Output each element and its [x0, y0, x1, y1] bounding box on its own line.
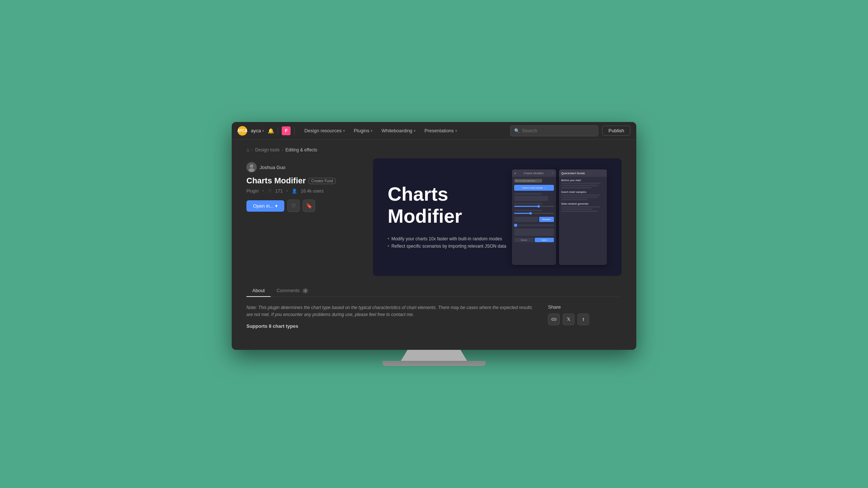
home-icon[interactable]: ⌂: [246, 147, 249, 152]
qs-line: [561, 183, 600, 184]
import-btn[interactable]: Import: [535, 238, 554, 242]
bottom-layout: Note: This plugin determines the chart t…: [246, 304, 622, 329]
likes-count: 171: [275, 189, 283, 194]
share-link-button[interactable]: [548, 313, 560, 325]
meta-dot-2: •: [287, 189, 288, 194]
qs-line: [561, 211, 598, 212]
select-random-mode: [514, 196, 548, 201]
share-title: Share: [548, 304, 622, 310]
panel-random-btn[interactable]: Random: [539, 217, 554, 222]
share-x-twitter-button[interactable]: 𝕏: [563, 313, 574, 325]
nav-divider-2: [294, 127, 295, 134]
plugin-title-row: Charts Modifier Creator Fund: [246, 176, 364, 186]
nav-divider: [278, 127, 278, 134]
tab-comments[interactable]: Comments 4: [271, 285, 314, 297]
chevron-down-icon: ▾: [414, 129, 416, 133]
open-in-button[interactable]: Open in... ▾: [246, 200, 284, 212]
monitor-base: [383, 361, 485, 366]
panel-body: No current selection Insert a chart samp…: [512, 177, 556, 244]
qs-before-start-title: Before you start: [561, 179, 605, 182]
heart-icon: ♡: [268, 189, 272, 194]
monitor-stand: [401, 350, 467, 361]
main-layout: Joshua Guo Charts Modifier Creator Fund …: [246, 158, 622, 276]
nav-left: ayca ayca ▾ 🔔 F: [238, 126, 295, 136]
panel-row-1: No current selection: [514, 179, 542, 183]
sample-btn[interactable]: Sample: [514, 238, 534, 242]
nav-link-design-resources[interactable]: Design resources ▾: [300, 126, 348, 135]
plugin-title: Charts Modifier: [246, 176, 306, 186]
trend-slider-fill: [514, 206, 538, 207]
quickstart-panel: Quickstart Guide Before you start: [559, 169, 607, 265]
checkbox-apply-random[interactable]: [514, 224, 517, 227]
qs-line: [561, 208, 592, 210]
hero-bullet-2: Reflect specific scenarios by importing …: [388, 244, 512, 249]
panel-close-icon: ✕: [551, 172, 554, 175]
nav-link-whiteboarding[interactable]: Whiteboarding ▾: [378, 126, 419, 135]
nav-username-label[interactable]: ayca ▾: [251, 128, 264, 133]
action-row: Open in... ▾ ♡ 🔖: [246, 200, 364, 212]
trend-slider-thumb: [537, 205, 540, 208]
like-button[interactable]: ♡: [287, 200, 300, 212]
tab-about[interactable]: About: [246, 285, 271, 297]
qs-line: [561, 199, 587, 200]
plugin-panel-mockup: Charts Modifier ✕ No current selection I…: [512, 169, 556, 265]
left-panel: Joshua Guo Charts Modifier Creator Fund …: [246, 158, 364, 212]
panel-title-label: Charts Modifier: [517, 172, 550, 175]
qs-line: [561, 197, 598, 198]
breadcrumb-editing-effects: Editing & effects: [285, 147, 317, 152]
users-count: 16.4k users: [301, 189, 324, 194]
breadcrumb: ⌂ › Design tools › Editing & effects: [246, 147, 622, 152]
qs-section-data-random: Data random generate: [561, 202, 605, 212]
hero-left: ChartsModifier Modify your charts 10x fa…: [388, 183, 512, 251]
breadcrumb-design-tools[interactable]: Design tools: [255, 147, 280, 152]
navbar: ayca ayca ▾ 🔔 F Design resources ▾: [232, 122, 636, 140]
search-bar[interactable]: 🔍: [510, 125, 598, 136]
avatar[interactable]: ayca: [238, 126, 247, 136]
about-note-text: Note: This plugin determines the chart t…: [246, 304, 539, 318]
fluctuation-slider[interactable]: [514, 213, 554, 214]
chevron-down-icon: ▾: [371, 129, 373, 133]
nav-link-presentations[interactable]: Presentations ▾: [421, 126, 461, 135]
trend-slider[interactable]: [514, 206, 554, 207]
quickstart-body: Before you start Insert chart samples: [559, 177, 607, 216]
meta-dot-1: •: [262, 189, 264, 194]
monitor-screen: ayca ayca ▾ 🔔 F Design resources ▾: [232, 122, 636, 350]
panel-action-1[interactable]: [514, 217, 538, 222]
qs-section-insert-samples: Insert chart samples: [561, 191, 605, 200]
panel-insert-btn[interactable]: Insert a chart sample →: [514, 185, 554, 191]
chevron-down-icon: ▾: [455, 129, 457, 133]
qs-line: [561, 185, 598, 186]
json-input-area[interactable]: [514, 229, 554, 236]
tabs-row: About Comments 4: [246, 285, 622, 297]
qs-line: [561, 206, 600, 208]
import-buttons: Sample Import: [514, 238, 554, 242]
label-fluctuation: [514, 210, 542, 211]
plugin-meta: Plugin • ♡ 171 • 👤 16.4k users: [246, 189, 364, 194]
quickstart-header: Quickstart Guide: [559, 169, 607, 177]
search-input[interactable]: [522, 128, 594, 133]
about-content: Note: This plugin determines the chart t…: [246, 304, 539, 329]
share-icons-row: 𝕏 f: [548, 313, 622, 325]
svg-point-2: [249, 168, 255, 172]
nav-link-plugins[interactable]: Plugins ▾: [350, 126, 377, 135]
bookmark-button[interactable]: 🔖: [303, 200, 315, 212]
dropdown-arrow-icon: ▾: [275, 203, 278, 209]
figma-logo-icon[interactable]: F: [282, 126, 291, 135]
panel-header: Charts Modifier ✕: [512, 169, 556, 177]
hero-right: Charts Modifier ✕ No current selection I…: [512, 169, 607, 265]
publish-button[interactable]: Publish: [602, 126, 630, 136]
users-icon: 👤: [292, 189, 297, 194]
fluctuation-slider-thumb: [529, 212, 532, 215]
share-panel: Share 𝕏 f: [548, 304, 622, 329]
qs-line: [561, 194, 600, 196]
checkbox-label: [518, 225, 554, 226]
author-name[interactable]: Joshua Guo: [260, 165, 285, 170]
nav-right: 🔍 Publish: [510, 125, 630, 136]
content-area: ⌂ › Design tools › Editing & effects Jos…: [232, 140, 636, 350]
checkbox-row: [514, 224, 554, 227]
plugin-type: Plugin: [246, 189, 259, 194]
share-facebook-button[interactable]: f: [577, 313, 589, 325]
notification-bell-icon[interactable]: 🔔: [268, 128, 274, 134]
qs-data-random-title: Data random generate: [561, 202, 605, 205]
hero-image: ChartsModifier Modify your charts 10x fa…: [373, 158, 622, 276]
